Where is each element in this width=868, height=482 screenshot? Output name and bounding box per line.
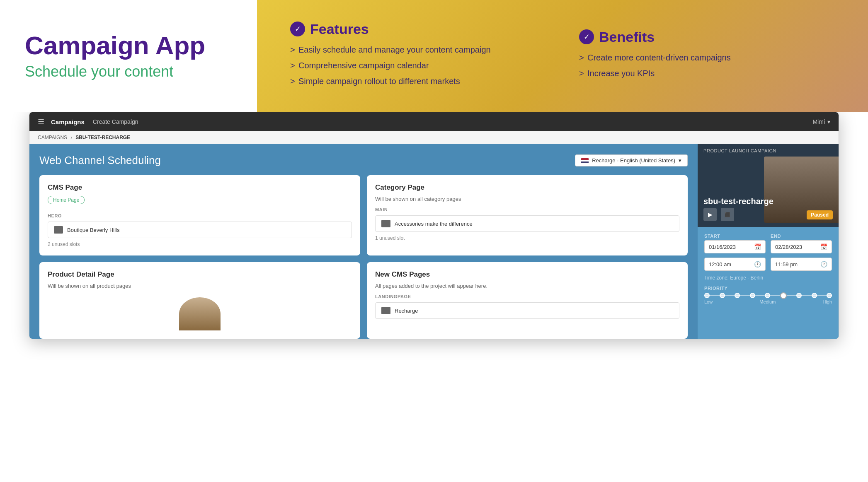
navbar: ☰ Campaigns Create Campaign Mimi ▾: [29, 112, 839, 131]
hero-section: Campaign App Schedule your content: [0, 0, 257, 112]
feature-item-1: Easily schedule and manage your content …: [290, 44, 546, 55]
end-time-input[interactable]: 11:59 pm 🕐: [771, 258, 832, 271]
breadcrumb: CAMPAIGNS › SBU-TEST-RECHARGE: [29, 131, 839, 144]
features-list: Easily schedule and manage your content …: [290, 44, 546, 87]
start-time-value: 12:00 am: [709, 261, 731, 268]
features-heading: Features: [310, 21, 369, 37]
campaign-selector-chevron-icon: ▾: [679, 157, 681, 164]
hero-item-text: Boutique Beverly Hills: [67, 227, 119, 233]
campaign-selector-label: Recharge - English (United States): [592, 157, 675, 164]
start-time-input[interactable]: 12:00 am 🕐: [704, 258, 766, 271]
priority-dot-5: [765, 293, 770, 298]
video-campaign-name: sbu-test-recharge: [703, 197, 773, 206]
breadcrumb-parent[interactable]: CAMPAIGNS: [38, 135, 67, 140]
panel-title-text: Web Channel Scheduling: [39, 154, 161, 167]
start-time-field: 12:00 am 🕐: [704, 258, 766, 271]
feature-item-2: Comprehensive campaign calendar: [290, 60, 546, 71]
category-unused-slots: 1 unused slot: [375, 235, 679, 241]
priority-slider[interactable]: Low Medium High: [704, 295, 832, 313]
new-cms-card: New CMS Pages All pages added to the pro…: [367, 262, 688, 339]
video-controls: ▶ ⬛: [703, 208, 734, 221]
timezone-text: Time zone: Europe - Berlin: [704, 275, 832, 281]
campaign-selector[interactable]: Recharge - English (United States) ▾: [575, 154, 688, 166]
breadcrumb-separator: ›: [70, 135, 72, 140]
date-row: START 01/16/2023 📅 END 02/28/2023 📅: [704, 234, 832, 253]
user-chevron-icon: ▾: [827, 118, 830, 125]
priority-dot-3: [735, 293, 740, 298]
benefits-block: ✓ Benefits Create more content-driven ca…: [579, 29, 835, 83]
app-subtitle: Schedule your content: [25, 63, 232, 80]
benefit-item-2: Increase you KPIs: [579, 67, 835, 79]
end-date-input[interactable]: 02/28/2023 📅: [771, 240, 832, 253]
left-panel: Web Channel Scheduling Recharge - Englis…: [29, 144, 698, 339]
end-clock-icon: 🕐: [820, 261, 827, 268]
start-date-input[interactable]: 01/16/2023 📅: [704, 240, 766, 253]
time-row: 12:00 am 🕐 11:59 pm 🕐: [704, 258, 832, 271]
app-window: ☰ Campaigns Create Campaign Mimi ▾ CAMPA…: [29, 112, 839, 339]
panel-header: Web Channel Scheduling Recharge - Englis…: [39, 154, 688, 167]
priority-heading: PRIORITY: [704, 286, 832, 291]
landing-content-item[interactable]: Recharge: [375, 302, 679, 319]
benefits-heading: Benefits: [599, 29, 655, 45]
category-item-text: Accessories make the difference: [395, 221, 473, 227]
cc-button[interactable]: ⬛: [721, 208, 734, 221]
category-card-subtitle: Will be shown on all category pages: [375, 196, 679, 202]
create-campaign-link[interactable]: Create Campaign: [93, 118, 138, 125]
flag-icon: [581, 158, 589, 163]
main-content: Web Channel Scheduling Recharge - Englis…: [29, 144, 839, 339]
priority-dots: [704, 293, 832, 299]
priority-dot-4: [750, 293, 755, 298]
hero-content-item[interactable]: Boutique Beverly Hills: [48, 222, 352, 238]
features-check-icon: ✓: [290, 22, 305, 36]
priority-labels: Low Medium High: [704, 299, 832, 304]
play-button[interactable]: ▶: [703, 208, 717, 221]
priority-dot-8: [812, 293, 817, 298]
menu-icon[interactable]: ☰: [38, 117, 44, 126]
breadcrumb-current: SBU-TEST-RECHARGE: [75, 135, 130, 140]
cms-card-title: CMS Page: [48, 183, 352, 192]
start-label: START: [704, 234, 766, 239]
category-content-item[interactable]: Accessories make the difference: [375, 215, 679, 232]
features-block: ✓ Features Easily schedule and manage yo…: [290, 21, 546, 91]
priority-high-label: High: [822, 299, 832, 304]
priority-dot-9: [827, 293, 832, 298]
feature-item-3: Simple campaign rollout to different mar…: [290, 75, 546, 87]
features-title-row: ✓ Features: [290, 21, 546, 37]
new-cms-card-title: New CMS Pages: [375, 270, 679, 279]
schedule-panel: START 01/16/2023 📅 END 02/28/2023 📅: [698, 227, 839, 319]
hero-label: HERO: [48, 213, 352, 218]
user-menu[interactable]: Mimi ▾: [812, 118, 830, 125]
priority-dot-active: [780, 292, 787, 299]
calendar-icon: 📅: [754, 243, 761, 250]
top-section: Campaign App Schedule your content ✓ Fea…: [0, 0, 868, 112]
home-page-tag[interactable]: Home Page: [48, 196, 85, 204]
priority-dot-1: [704, 293, 710, 298]
app-title: Campaign App: [25, 31, 232, 60]
user-name: Mimi: [812, 118, 825, 125]
category-card-title: Category Page: [375, 183, 679, 192]
end-time-value: 11:59 pm: [775, 261, 798, 268]
benefits-title-row: ✓ Benefits: [579, 29, 835, 45]
paused-badge: Paused: [807, 210, 833, 219]
benefits-list: Create more content-driven campaigns Inc…: [579, 52, 835, 79]
end-date-value: 02/28/2023: [775, 244, 802, 250]
benefit-item-1: Create more content-driven campaigns: [579, 52, 835, 63]
right-panel: PRODUCT LAUNCH CAMPAIGN sbu-test-recharg…: [698, 144, 839, 339]
end-label: END: [771, 234, 832, 239]
new-cms-card-subtitle: All pages added to the project will appe…: [375, 283, 679, 289]
video-label: PRODUCT LAUNCH CAMPAIGN: [703, 148, 776, 153]
category-main-label: MAIN: [375, 207, 679, 212]
clock-icon: 🕐: [754, 261, 761, 268]
priority-medium-label: Medium: [759, 299, 776, 304]
product-card-title: Product Detail Page: [48, 270, 352, 279]
product-image: [179, 297, 221, 330]
benefits-check-icon: ✓: [579, 29, 594, 44]
priority-dot-7: [796, 293, 802, 298]
cms-page-card: CMS Page Home Page HERO Boutique Beverly…: [39, 175, 360, 255]
brand-label[interactable]: Campaigns: [51, 118, 85, 125]
product-detail-card: Product Detail Page Will be shown on all…: [39, 262, 360, 339]
priority-dot-2: [720, 293, 725, 298]
start-date-value: 01/16/2023: [709, 244, 736, 250]
end-calendar-icon: 📅: [820, 243, 827, 250]
landing-item-text: Recharge: [395, 308, 418, 314]
